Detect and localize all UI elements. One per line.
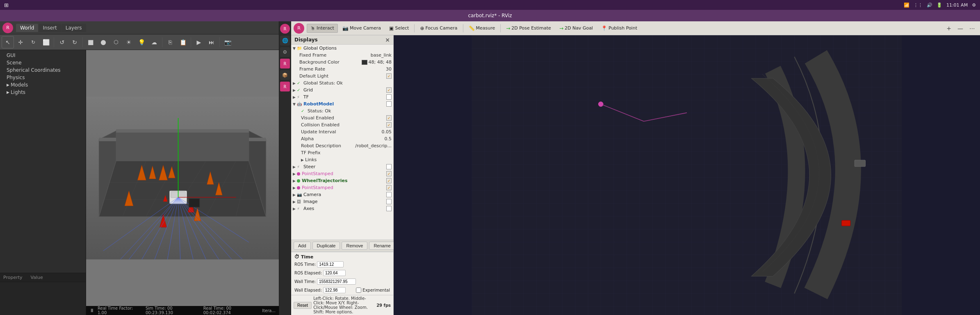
tool-step[interactable]: ⏭	[205, 36, 218, 48]
display-item-robot-desc[interactable]: Robot Description /robot_descrip...	[291, 142, 393, 149]
tool-play[interactable]: ▶	[193, 36, 205, 48]
rviz-tb-dash[interactable]: ⋯	[967, 24, 978, 33]
side-icon-4[interactable]: R	[280, 59, 290, 68]
displays-list[interactable]: ▼ 📁 Global Options Fixed Frame base_link…	[291, 45, 393, 240]
default-light-check[interactable]: ✓	[386, 73, 392, 79]
side-icon-2[interactable]: 🌐	[280, 36, 290, 46]
display-item-tf-prefix[interactable]: TF Prefix	[291, 149, 393, 156]
display-item-point-stamped-1[interactable]: ▶ PointStamped ✓	[291, 170, 393, 177]
display-item-status-ok[interactable]: ✓ Status: Ok	[291, 107, 393, 114]
gazebo-3d-viewport[interactable]: ⏸ Real Time Factor: 1.00 Sim Time: 00 00…	[86, 50, 279, 315]
display-item-links[interactable]: ▶ Links	[291, 156, 393, 163]
select-icon: ▣	[389, 25, 394, 31]
tool-light-spot[interactable]: 💡	[135, 36, 148, 48]
wall-time-input[interactable]	[317, 278, 356, 285]
tool-light-dir[interactable]: ☁	[148, 36, 160, 48]
rviz-tb-plus[interactable]: +	[944, 24, 954, 33]
experimental-checkbox[interactable]	[356, 288, 361, 293]
btn-measure[interactable]: 📏 Measure	[465, 24, 499, 33]
tab-layers[interactable]: Layers	[62, 24, 86, 32]
display-item-default-light[interactable]: Default Light ✓	[291, 73, 393, 80]
display-item-grid[interactable]: ▶ ✓ Grid ✓	[291, 87, 393, 94]
tool-scale[interactable]: ⬜	[40, 36, 52, 48]
tree-item-scene[interactable]: Scene	[0, 59, 86, 66]
display-item-global-options[interactable]: ▼ 📁 Global Options	[291, 45, 393, 52]
side-icon-5[interactable]: 📦	[280, 70, 290, 80]
steer-check[interactable]	[386, 164, 392, 169]
tool-select[interactable]: ↖	[2, 36, 14, 48]
tree-item-spherical[interactable]: Spherical Coordinates	[0, 66, 86, 74]
ros-time-input[interactable]	[317, 261, 344, 267]
tree-item-lights[interactable]: ▶Lights	[0, 89, 86, 96]
tool-undo[interactable]: ↺	[56, 36, 68, 48]
axes-check[interactable]	[386, 206, 392, 211]
display-item-visual[interactable]: Visual Enabled ✓	[291, 114, 393, 121]
rviz-3d-view[interactable]	[394, 35, 980, 315]
robot-model-check[interactable]	[386, 101, 392, 107]
btn-focus-camera[interactable]: ⊕ Focus Camera	[416, 24, 461, 33]
experimental-field[interactable]: Experimental	[356, 288, 390, 293]
btn-pose-2d[interactable]: → 2D Pose Estimate	[502, 24, 555, 33]
tf-check[interactable]	[386, 94, 392, 100]
display-item-alpha[interactable]: Alpha 0.5	[291, 135, 393, 142]
tool-copy[interactable]: ⎘	[164, 36, 176, 48]
side-icon-1[interactable]: R	[280, 24, 290, 34]
display-item-collision[interactable]: Collision Enabled ✓	[291, 121, 393, 128]
sys-network-icon: ⋮⋮	[914, 2, 923, 8]
tree-item-models[interactable]: ▶Models	[0, 81, 86, 89]
tool-box[interactable]: ■	[84, 36, 97, 48]
display-item-frame-rate[interactable]: Frame Rate 30	[291, 66, 393, 73]
camera-check[interactable]	[386, 192, 392, 197]
btn-nav-2d[interactable]: → 2D Nav Goal	[556, 24, 597, 33]
tree-item-gui[interactable]: GUI	[0, 52, 86, 59]
point-stamped-1-check[interactable]: ✓	[386, 171, 392, 176]
tool-redo[interactable]: ↻	[68, 36, 81, 48]
display-item-point-stamped-2[interactable]: ▶ PointStamped ✓	[291, 184, 393, 191]
tree-item-physics[interactable]: Physics	[0, 74, 86, 81]
btn-move-camera[interactable]: 📷 Move Camera	[339, 24, 385, 33]
visual-check[interactable]: ✓	[386, 115, 392, 121]
btn-add[interactable]: Add	[294, 242, 311, 250]
display-item-update-interval[interactable]: Update Interval 0.05	[291, 128, 393, 135]
rviz-tb-minus[interactable]: —	[955, 24, 966, 33]
display-item-fixed-frame[interactable]: Fixed Frame base_link	[291, 52, 393, 59]
side-icon-6[interactable]: R	[280, 82, 290, 91]
btn-publish-point[interactable]: 📍 Publish Point	[597, 24, 641, 33]
image-check[interactable]	[386, 199, 392, 204]
point-stamped-2-check[interactable]: ✓	[386, 185, 392, 190]
ros-elapsed-input[interactable]	[323, 270, 346, 276]
tool-cylinder[interactable]: ⬡	[110, 36, 122, 48]
btn-rename[interactable]: Rename	[369, 242, 395, 250]
btn-duplicate[interactable]: Duplicate	[312, 242, 340, 250]
display-item-global-status[interactable]: ▶ ✓ Global Status: Ok	[291, 80, 393, 87]
display-item-image[interactable]: ▶ 🖼 Image	[291, 198, 393, 205]
display-item-bg-color[interactable]: Background Color 48; 48; 48	[291, 59, 393, 66]
wall-elapsed-input[interactable]	[323, 287, 346, 293]
displays-close[interactable]: ×	[385, 37, 390, 43]
tab-insert[interactable]: Insert	[39, 24, 61, 32]
tool-translate[interactable]: ✛	[14, 36, 27, 48]
tool-camera[interactable]: 📷	[221, 36, 234, 48]
sys-apps-icon[interactable]: ⊞	[4, 2, 9, 8]
display-item-axes[interactable]: ▶ ⚡ Axes	[291, 205, 393, 212]
btn-reset[interactable]: Reset	[294, 302, 312, 309]
tool-rotate[interactable]: ↻	[27, 36, 39, 48]
display-item-tf[interactable]: ▶ ⚡ TF	[291, 94, 393, 100]
display-item-robot-model[interactable]: ▼ 🤖 RobotModel	[291, 100, 393, 107]
grid-check[interactable]: ✓	[386, 87, 392, 93]
tab-world[interactable]: World	[16, 24, 38, 32]
side-icon-3[interactable]: ⚙	[280, 47, 290, 57]
btn-select[interactable]: ▣ Select	[385, 24, 413, 33]
sys-gear-icon[interactable]: ⚙	[972, 2, 976, 8]
tool-light-point[interactable]: ☀	[123, 36, 135, 48]
display-item-steer[interactable]: ▶ ⚡ Steer	[291, 163, 393, 170]
tool-sphere[interactable]: ●	[97, 36, 109, 48]
wheel-traj-check[interactable]: ✓	[386, 178, 392, 183]
display-item-camera[interactable]: ▶ 📷 Camera	[291, 191, 393, 198]
pause-icon[interactable]: ⏸	[89, 308, 94, 313]
tool-paste[interactable]: 📋	[177, 36, 189, 48]
collision-check[interactable]: ✓	[386, 122, 392, 128]
display-item-wheel-traj[interactable]: ▶ WheelTrajectories ✓	[291, 177, 393, 184]
btn-remove[interactable]: Remove	[342, 242, 367, 250]
btn-interact[interactable]: 🖱 Interact	[307, 24, 338, 33]
